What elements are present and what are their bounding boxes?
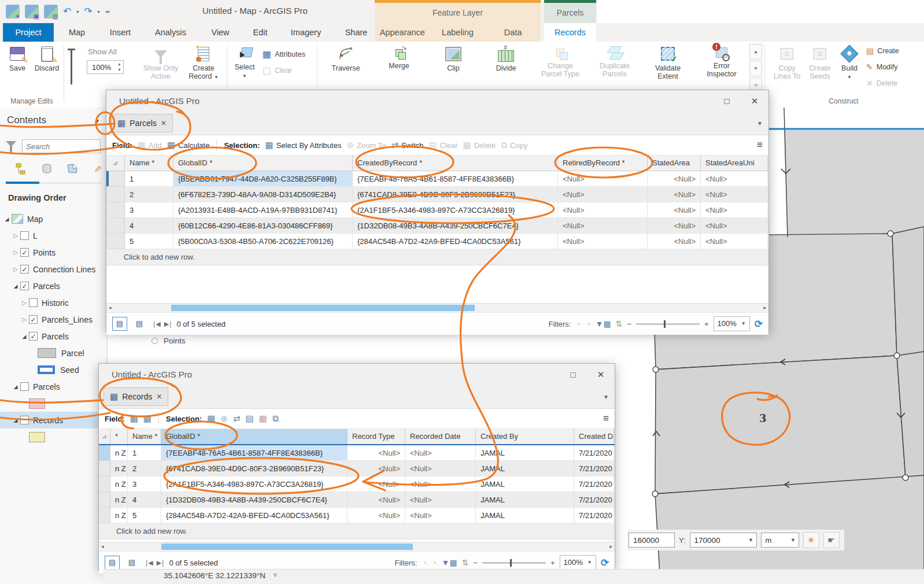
copy-button[interactable]: ⧉ xyxy=(272,413,279,424)
expander-icon[interactable]: ◢ xyxy=(11,384,20,390)
table-cell[interactable]: n Z xyxy=(110,476,128,492)
table-cell[interactable]: <Null> xyxy=(348,476,405,492)
construct-delete-button[interactable]: ✕Delete xyxy=(866,79,897,88)
clip-button[interactable]: Clip xyxy=(437,45,470,72)
layer-item-map[interactable]: ◢Map xyxy=(0,210,107,227)
ribbon-tab-map[interactable]: Map xyxy=(58,23,96,42)
tab-drawing-order[interactable] xyxy=(15,162,28,175)
error-inspector-button[interactable]: ! Error Inspector xyxy=(700,45,744,79)
table-cell[interactable]: 3 xyxy=(128,476,161,492)
build-button[interactable]: Build▼ xyxy=(836,45,863,81)
parcels-window-titlebar[interactable]: Untitled - ArcGIS Pro □ ✕ xyxy=(106,90,768,112)
maximize-icon[interactable]: □ xyxy=(559,369,587,380)
table-cell[interactable]: {2A1F1BF5-A346-4983-897C-A73CC3A26819} xyxy=(353,202,558,218)
table-cell[interactable]: <Null> xyxy=(405,492,476,508)
table-row[interactable]: n Z2{6741CAD8-39E0-4D9C-80F3-2B9690B51F2… xyxy=(99,461,615,476)
delete-selection-button[interactable]: ▦Delete xyxy=(463,140,496,150)
expander-icon[interactable]: ◢ xyxy=(11,417,20,423)
pan-hand-icon[interactable]: ☛ xyxy=(823,532,840,548)
table-cell[interactable]: JAMAL xyxy=(476,445,574,461)
range-filter-icon[interactable]: ◔ xyxy=(586,319,591,329)
table-cell[interactable]: 5 xyxy=(128,508,161,523)
column-header[interactable]: CreatedByRecord * xyxy=(353,156,558,171)
expander-icon[interactable]: ▷ xyxy=(20,316,29,323)
records-window-titlebar[interactable]: Untitled - ArcGIS Pro □ ✕ xyxy=(99,364,615,385)
contents-menu-caret-icon[interactable]: ▼ xyxy=(94,118,100,124)
ribbon-tab-share[interactable]: Share xyxy=(337,23,375,42)
sort-icon[interactable]: ⇅ xyxy=(616,319,623,328)
attribute-filter-icon[interactable]: ▼▦ xyxy=(596,319,611,328)
symbol-swatch-pink[interactable] xyxy=(29,398,45,409)
table-view-icon[interactable]: ▤ xyxy=(105,556,120,570)
zoom-to-button[interactable]: ⊕ xyxy=(220,413,228,424)
table-zoom-value[interactable]: 100%▼ xyxy=(714,316,750,331)
table-cell[interactable]: JAMAL xyxy=(476,492,574,508)
row-selector[interactable] xyxy=(99,476,110,492)
zoom-caret-icon[interactable]: ▼ xyxy=(587,556,592,570)
tab-close-icon[interactable]: ✕ xyxy=(161,119,167,127)
table-cell[interactable]: JAMAL xyxy=(476,476,574,492)
time-filter-icon[interactable]: ◔ xyxy=(575,319,581,329)
range-filter-icon[interactable]: ◔ xyxy=(432,558,437,568)
tab-editing[interactable]: ✎ xyxy=(91,162,104,175)
construct-modify-button[interactable]: ✎Modify xyxy=(866,62,898,72)
expander-icon[interactable]: ▷ xyxy=(11,232,20,239)
delete-selection-button[interactable]: ▦ xyxy=(259,413,267,424)
refresh-icon[interactable]: ⟳ xyxy=(601,557,609,569)
unit-dropdown-icon[interactable]: ▼ xyxy=(788,537,799,543)
column-header[interactable]: StatedAreaUni xyxy=(701,156,768,171)
goto-last-icon[interactable]: ▶❘ xyxy=(157,559,165,567)
contextual-tab-data[interactable]: Data xyxy=(485,23,541,42)
open-project-icon[interactable]: ▣ xyxy=(25,5,39,19)
y-dropdown-icon[interactable]: ▼ xyxy=(746,537,756,543)
tabstrip-caret-icon[interactable]: ▼ xyxy=(757,120,763,127)
divide-button[interactable]: # Divide xyxy=(488,45,524,72)
clear-selection-button[interactable]: ▤Clear xyxy=(428,140,457,150)
layer-visibility-checkbox[interactable] xyxy=(20,382,29,391)
table-cell[interactable]: JAMAL xyxy=(476,461,574,476)
sort-icon[interactable]: ⇅ xyxy=(462,558,469,567)
form-view-icon[interactable]: ▤ xyxy=(132,317,147,331)
table-cell[interactable]: 5 xyxy=(125,234,173,249)
parcel-3-polygon[interactable] xyxy=(655,356,905,494)
spinner-arrows-icon[interactable]: ▲▼ xyxy=(117,61,121,73)
layer-item-parcels-lines[interactable]: ▷✓Parcels_Lines xyxy=(0,311,107,328)
flash-location-icon[interactable]: ✳ xyxy=(803,532,819,548)
table-cell[interactable]: n Z xyxy=(110,445,128,461)
redo-icon[interactable]: ↷ xyxy=(84,5,92,18)
expander-icon[interactable]: ▷ xyxy=(11,249,20,256)
row-selector[interactable] xyxy=(106,202,125,218)
create-seeds-button[interactable]: Create Seeds xyxy=(804,45,836,81)
attribute-filter-icon[interactable]: ▼▦ xyxy=(442,558,457,567)
layer-item-records[interactable]: ◢Records xyxy=(0,412,107,428)
table-cell[interactable]: 1 xyxy=(128,445,161,461)
row-selector[interactable] xyxy=(99,492,110,508)
table-view-icon[interactable]: ▤ xyxy=(112,317,127,331)
table-cell[interactable]: {7EEABF48-76A5-4B61-8587-4FF8E438366B} xyxy=(353,171,558,187)
tab-close-icon[interactable]: ✕ xyxy=(156,393,162,401)
table-cell[interactable]: <Null> xyxy=(701,171,768,187)
table-row[interactable]: n Z1{7EEABF48-76A5-4B61-8587-4FF8E438366… xyxy=(99,445,615,461)
column-header[interactable]: GlobalID * xyxy=(161,429,348,444)
table-cell[interactable]: <Null> xyxy=(405,508,476,523)
ribbon-tab-view[interactable]: View xyxy=(201,23,239,42)
discard-edits-button[interactable]: ✎ Discard xyxy=(32,45,61,72)
redo-caret-icon[interactable]: ▾ xyxy=(98,9,100,14)
table-cell[interactable]: <Null> xyxy=(701,202,768,218)
contents-filter-icon[interactable] xyxy=(6,141,16,147)
table-cell[interactable]: <Null> xyxy=(558,187,648,202)
construct-create-button[interactable]: ▤Create xyxy=(866,46,899,56)
undo-caret-icon[interactable]: ▾ xyxy=(76,9,79,14)
table-menu-icon[interactable]: ≡ xyxy=(603,413,609,424)
show-all-label[interactable]: Show All xyxy=(88,47,117,56)
table-cell[interactable]: <Null> xyxy=(648,234,701,249)
transparency-slider[interactable] xyxy=(71,49,72,84)
table-cell[interactable]: {60B12C66-4290-4E86-81A3-030486CFF869} xyxy=(173,218,353,234)
layer-visibility-checkbox[interactable]: ✓ xyxy=(20,265,29,273)
table-corner-icon[interactable]: ⊿ xyxy=(106,156,125,171)
select-button[interactable]: ▲ Select▼ xyxy=(230,45,259,80)
contextual-tab-appearance[interactable]: Appearance xyxy=(375,23,430,42)
table-cell[interactable]: <Null> xyxy=(701,187,768,202)
new-project-icon[interactable]: ✦ xyxy=(6,5,20,19)
scroll-right-icon[interactable]: ▸ xyxy=(763,304,766,312)
